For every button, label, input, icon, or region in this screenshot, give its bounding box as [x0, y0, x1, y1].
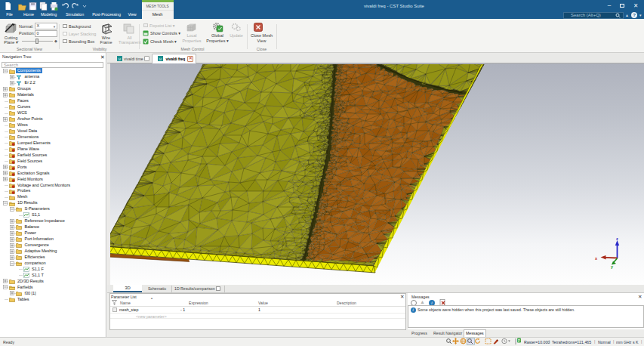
svg-text:x: x	[595, 256, 598, 261]
svg-text:M: M	[118, 57, 120, 60]
svg-text:y: y	[611, 264, 614, 269]
svg-text:z: z	[616, 236, 618, 241]
svg-text:M: M	[159, 57, 161, 60]
